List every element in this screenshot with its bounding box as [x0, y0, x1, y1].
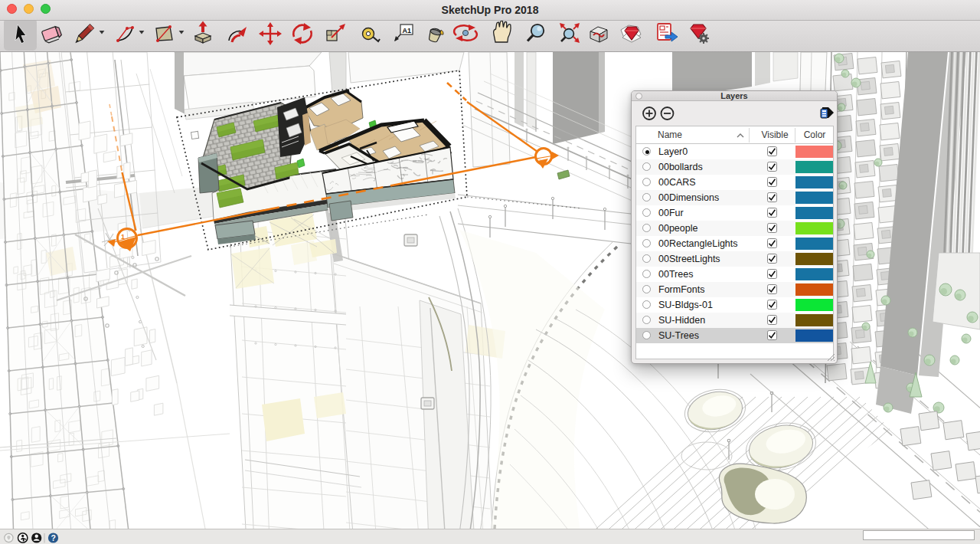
- svg-text:A1: A1: [403, 27, 412, 34]
- svg-text:1: 1: [121, 233, 125, 241]
- svg-text:?: ?: [51, 533, 56, 542]
